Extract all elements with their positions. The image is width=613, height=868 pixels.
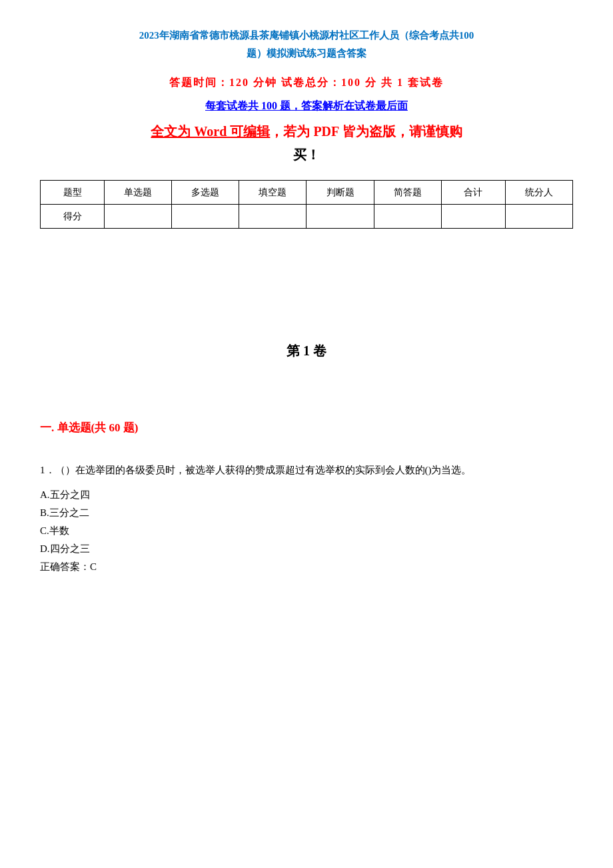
question-1-number: 1．（）在选举团的各级委员时，被选举人获得的赞成票超过有选举权的实际到会人数的(… — [40, 465, 472, 475]
exam-info: 答题时间：120 分钟 试卷总分：100 分 共 1 套试卷 — [40, 76, 573, 90]
score-short — [374, 205, 441, 229]
col-scorer: 统分人 — [505, 181, 572, 205]
score-table: 题型 单选题 多选题 填空题 判断题 简答题 合计 统分人 得分 — [40, 180, 573, 229]
option-b: B.三分之二 — [40, 504, 573, 522]
page-title: 2023年湖南省常德市桃源县茶庵铺镇小桃源村社区工作人员（综合考点共100 题）… — [40, 27, 573, 63]
table-header-row: 题型 单选题 多选题 填空题 判断题 简答题 合计 统分人 — [41, 181, 573, 205]
word-editable-underline: 全文为 Word 可编辑 — [151, 124, 270, 139]
col-judge: 判断题 — [306, 181, 374, 205]
option-a: A.五分之四 — [40, 486, 573, 504]
option-c: C.半数 — [40, 522, 573, 540]
word-editable-rest: ，若为 PDF 皆为盗版，请谨慎购 — [270, 124, 462, 139]
col-fill: 填空题 — [239, 181, 306, 205]
question-1-answer: 正确答案：C — [40, 561, 573, 573]
title-line2: 题）模拟测试练习题含答案 — [40, 45, 573, 63]
score-total — [441, 205, 505, 229]
score-scorer — [505, 205, 572, 229]
score-single — [105, 205, 172, 229]
score-label: 得分 — [41, 205, 105, 229]
each-set-info: 每套试卷共 100 题，答案解析在试卷最后面 — [40, 99, 573, 113]
score-multi — [172, 205, 239, 229]
col-type: 题型 — [41, 181, 105, 205]
word-editable-warning: 全文为 Word 可编辑，若为 PDF 皆为盗版，请谨慎购 — [40, 123, 573, 141]
col-multi: 多选题 — [172, 181, 239, 205]
option-d: D.四分之三 — [40, 540, 573, 558]
col-short: 简答题 — [374, 181, 441, 205]
question-1-text: 1．（）在选举团的各级委员时，被选举人获得的赞成票超过有选举权的实际到会人数的(… — [40, 462, 573, 479]
col-single: 单选题 — [105, 181, 172, 205]
score-fill — [239, 205, 306, 229]
volume-title: 第 1 卷 — [40, 342, 573, 360]
table-score-row: 得分 — [41, 205, 573, 229]
score-judge — [306, 205, 374, 229]
question-1: 1．（）在选举团的各级委员时，被选举人获得的赞成票超过有选举权的实际到会人数的(… — [40, 462, 573, 573]
section-title: 一. 单选题(共 60 题) — [40, 420, 573, 435]
buy-warning: 买！ — [40, 146, 573, 164]
title-line1: 2023年湖南省常德市桃源县茶庵铺镇小桃源村社区工作人员（综合考点共100 — [40, 27, 573, 45]
col-total: 合计 — [441, 181, 505, 205]
